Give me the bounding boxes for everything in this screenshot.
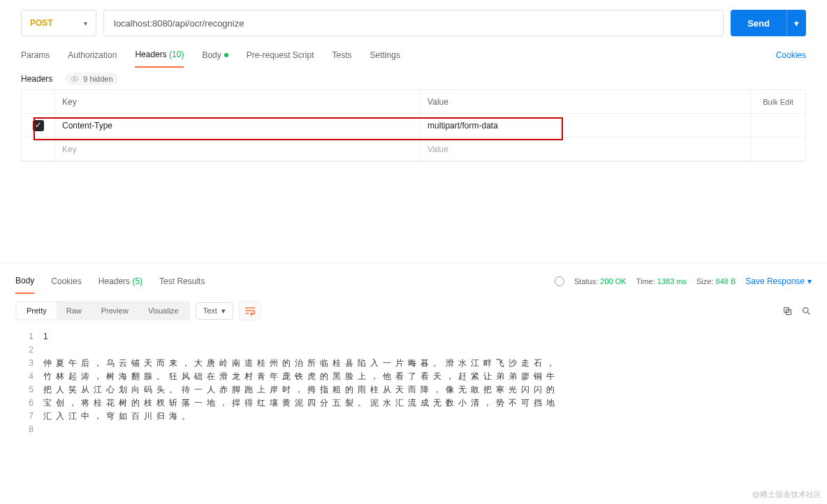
eye-icon <box>71 75 79 83</box>
globe-icon[interactable] <box>555 276 564 286</box>
url-input[interactable] <box>103 10 724 36</box>
code-line-8 <box>43 423 812 436</box>
search-icon[interactable] <box>801 306 812 316</box>
watermark: @稀土掘金技术社区 <box>752 489 821 500</box>
chevron-down-icon: ▾ <box>807 276 812 286</box>
tab-body-label: Body <box>202 50 221 60</box>
status-group: Status: 200 OK <box>574 277 627 286</box>
tab-headers-count: (10) <box>169 50 184 59</box>
code-line-4: 竹林起涛，树海翻腺。狂风础在滑龙村青年庞铁虎的黑脸上，他看了看天，赶紧让弟弟廖铜… <box>43 370 812 383</box>
hidden-headers-toggle[interactable]: 9 hidden <box>65 73 118 85</box>
dot-icon <box>224 53 228 57</box>
send-button[interactable]: Send <box>731 10 786 36</box>
col-checkbox-header <box>22 90 55 113</box>
chevron-down-icon: ▾ <box>221 306 226 316</box>
language-label: Text <box>203 306 217 315</box>
send-dropdown-button[interactable]: ▾ <box>786 10 806 36</box>
code-line-1: 1 <box>43 330 812 343</box>
wrap-lines-button[interactable] <box>239 301 261 320</box>
header-value-cell[interactable]: multipart/form-data <box>420 114 751 137</box>
header-key-cell[interactable]: Content-Type <box>55 114 420 137</box>
col-value-header: Value <box>420 90 751 113</box>
hidden-count-label: 9 hidden <box>83 75 112 83</box>
row-checkbox[interactable]: ✓ <box>33 120 44 131</box>
size-group: Size: 848 B <box>696 277 735 286</box>
tab-settings[interactable]: Settings <box>370 43 400 67</box>
resp-tab-results[interactable]: Test Results <box>159 269 205 293</box>
copy-icon[interactable] <box>782 306 793 316</box>
view-mode-tabs: Pretty Raw Preview Visualize <box>15 301 190 320</box>
tab-prerequest[interactable]: Pre-request Script <box>247 43 314 67</box>
code-line-2 <box>43 343 812 357</box>
resp-tab-headers[interactable]: Headers (5) <box>98 269 142 293</box>
language-select[interactable]: Text ▾ <box>196 302 233 320</box>
time-group: Time: 1383 ms <box>636 277 687 286</box>
tab-authorization[interactable]: Authorization <box>68 43 117 67</box>
view-visualize[interactable]: Visualize <box>138 302 189 319</box>
chevron-down-icon: ▾ <box>84 20 87 27</box>
table-row[interactable]: ✓ Content-Type multipart/form-data <box>22 114 805 138</box>
tab-body[interactable]: Body <box>202 43 228 67</box>
headers-section-title: Headers <box>21 74 52 84</box>
headers-table: Key Value Bulk Edit ✓ Content-Type multi… <box>21 89 806 162</box>
svg-point-3 <box>803 307 809 313</box>
view-preview[interactable]: Preview <box>92 302 138 319</box>
col-key-header: Key <box>55 90 420 113</box>
tab-tests[interactable]: Tests <box>332 43 352 67</box>
tab-headers-label: Headers <box>135 50 166 59</box>
resp-tab-body[interactable]: Body <box>15 269 34 294</box>
code-line-3: 仲夏午后，乌云铺天而来，大唐岭南道桂州的治所临桂县陷入一片晦暮。滑水江畔飞沙走石… <box>43 357 812 370</box>
tab-headers[interactable]: Headers (10) <box>135 43 184 68</box>
http-method-label: POST <box>30 18 53 28</box>
table-row-empty[interactable]: Key Value <box>22 138 805 161</box>
resp-tab-headers-label: Headers <box>98 276 130 286</box>
resp-tab-cookies[interactable]: Cookies <box>51 269 81 293</box>
code-line-6: 宝创，将桂花树的枝杈斩落一地，捍得红壤黄泥四分五裂。泥水汇流成无数小清，势不可挡… <box>43 396 812 410</box>
http-method-select[interactable]: POST ▾ <box>21 10 96 36</box>
value-placeholder[interactable]: Value <box>420 138 751 161</box>
view-raw[interactable]: Raw <box>57 302 92 319</box>
wrap-icon <box>244 306 256 316</box>
chevron-down-icon: ▾ <box>794 18 799 29</box>
key-placeholder[interactable]: Key <box>55 138 420 161</box>
code-line-5: 把人笑从江心划向码头。待一人赤脚跑上岸时，拇指粗的雨柱从天而降，像无敢把寒光闪闪… <box>43 383 812 396</box>
row-extra <box>751 114 805 137</box>
response-body[interactable]: 11 2 3仲夏午后，乌云铺天而来，大唐岭南道桂州的治所临桂县陷入一片晦暮。滑水… <box>0 327 827 439</box>
cookies-link[interactable]: Cookies <box>776 50 806 60</box>
tab-params[interactable]: Params <box>21 43 50 67</box>
resp-tab-headers-count: (5) <box>132 276 142 286</box>
code-line-7: 汇入江中，穹如百川归海。 <box>43 410 812 423</box>
view-pretty[interactable]: Pretty <box>17 302 57 319</box>
save-response-button[interactable]: Save Response ▾ <box>745 276 812 286</box>
svg-point-0 <box>74 78 76 80</box>
bulk-edit-button[interactable]: Bulk Edit <box>751 90 805 113</box>
